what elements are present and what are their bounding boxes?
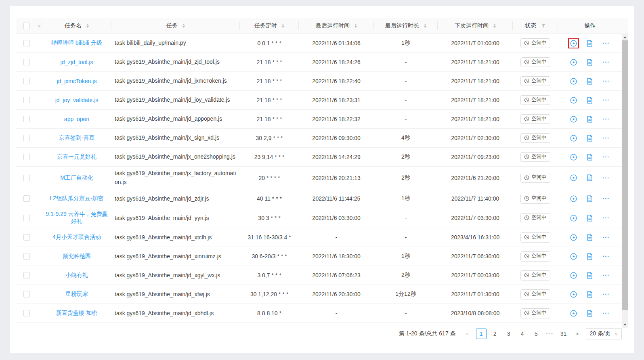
row-checkbox[interactable] [23, 175, 30, 181]
sort-caret-icon[interactable] [86, 24, 89, 28]
run-task-button[interactable] [568, 308, 579, 318]
run-task-button[interactable] [568, 213, 579, 223]
more-actions-button[interactable]: ··· [600, 195, 612, 202]
task-name-link[interactable]: LZ组队瓜分京豆-加密 [50, 195, 104, 202]
run-task-button[interactable] [568, 133, 579, 143]
more-actions-button[interactable]: ··· [600, 134, 612, 142]
page-button-3[interactable]: 3 [503, 329, 514, 339]
run-task-button[interactable] [568, 194, 579, 204]
task-name-link[interactable]: jd_jxmcToken.js [57, 78, 97, 84]
row-checkbox[interactable] [23, 310, 30, 316]
page-button-1[interactable]: 1 [476, 329, 487, 339]
view-log-button[interactable] [585, 194, 595, 204]
sort-caret-icon[interactable] [282, 24, 284, 28]
view-log-button[interactable] [585, 95, 595, 105]
row-checkbox[interactable] [23, 97, 30, 103]
sort-caret-icon[interactable] [424, 24, 426, 28]
row-checkbox[interactable] [23, 78, 30, 84]
row-checkbox[interactable] [23, 40, 30, 46]
task-name-link[interactable]: 星粉玩家 [65, 291, 88, 298]
task-name-link[interactable]: 颜究种植园 [63, 253, 91, 260]
page-button-2[interactable]: 2 [490, 329, 500, 339]
row-checkbox[interactable] [23, 154, 30, 160]
view-log-button[interactable] [585, 289, 595, 299]
task-name-link[interactable]: 哔哩哔哩 bilibili 升级 [51, 40, 102, 47]
page-button-4[interactable]: 4 [517, 329, 528, 339]
view-log-button[interactable] [585, 114, 595, 124]
row-checkbox[interactable] [23, 272, 30, 278]
task-name-link[interactable]: 4月小天才联合活动 [52, 234, 101, 241]
row-checkbox[interactable] [23, 234, 30, 241]
task-name-link[interactable]: 京喜签到-喜豆 [59, 134, 95, 142]
more-actions-button[interactable]: ··· [600, 77, 612, 85]
more-actions-button[interactable]: ··· [600, 59, 612, 66]
more-actions-button[interactable]: ··· [600, 115, 612, 123]
run-task-button[interactable] [568, 95, 579, 105]
view-log-button[interactable] [585, 232, 595, 243]
run-task-button[interactable] [568, 57, 579, 67]
run-task-button[interactable] [568, 270, 579, 280]
more-actions-button[interactable]: ··· [600, 153, 612, 161]
scroll-down-arrow-icon[interactable] [622, 321, 628, 328]
task-name-link[interactable]: app_open [64, 116, 89, 122]
prev-page-button[interactable]: < [462, 329, 473, 339]
more-actions-button[interactable]: ··· [600, 40, 612, 47]
view-log-button[interactable] [585, 57, 595, 67]
column-header-name[interactable]: 任务名 [42, 18, 111, 33]
run-task-button[interactable] [568, 232, 579, 243]
task-name-link[interactable]: jd_zjd_tool.js [61, 59, 93, 65]
selection-dropdown-chevron-icon[interactable]: ∨ [38, 23, 41, 29]
scroll-up-arrow-icon[interactable] [622, 34, 628, 40]
run-task-button[interactable] [568, 251, 579, 262]
filter-funnel-icon[interactable] [541, 23, 546, 28]
task-name-link[interactable]: M工厂自动化 [60, 174, 93, 182]
view-log-button[interactable] [585, 133, 595, 143]
column-header-duration[interactable]: 最后运行时长 [374, 18, 438, 33]
more-actions-button[interactable]: ··· [600, 174, 612, 182]
task-name-link[interactable]: 9.1-9.29 云养牛，免费赢好礼 [45, 211, 108, 225]
sort-caret-icon[interactable] [183, 24, 185, 28]
more-actions-button[interactable]: ··· [600, 310, 612, 317]
page-size-select[interactable]: 20 条/页 ∨ [586, 328, 622, 339]
view-log-button[interactable] [585, 173, 595, 183]
view-log-button[interactable] [585, 251, 595, 262]
scrollbar-track[interactable] [622, 310, 628, 321]
row-checkbox[interactable] [23, 116, 30, 122]
sort-caret-icon[interactable] [493, 24, 496, 28]
view-log-button[interactable] [585, 152, 595, 162]
view-log-button[interactable] [585, 270, 595, 280]
task-name-link[interactable]: 新百货盖楼-加密 [56, 310, 98, 317]
scrollbar-thumb[interactable] [622, 40, 628, 310]
run-task-button[interactable] [568, 289, 579, 299]
task-name-link[interactable]: jd_joy_validate.js [55, 97, 99, 103]
run-task-button[interactable] [568, 173, 579, 183]
column-header-last-run[interactable]: 最后运行时间 [299, 18, 374, 33]
run-task-button[interactable] [568, 38, 579, 48]
view-log-button[interactable] [585, 76, 595, 86]
row-checkbox[interactable] [23, 253, 30, 260]
next-page-button[interactable]: > [572, 329, 583, 339]
run-task-button[interactable] [568, 76, 579, 86]
view-log-button[interactable] [585, 308, 595, 318]
column-header-cron[interactable]: 任务定时 [240, 18, 299, 33]
page-button-last[interactable]: 31 [558, 329, 569, 339]
more-actions-button[interactable]: ··· [600, 96, 612, 104]
row-checkbox[interactable] [23, 195, 30, 202]
run-task-button[interactable] [568, 114, 579, 124]
page-button-5[interactable]: 5 [531, 329, 541, 339]
more-actions-button[interactable]: ··· [600, 253, 612, 260]
more-actions-button[interactable]: ··· [600, 234, 612, 241]
run-task-button[interactable] [568, 152, 579, 162]
row-checkbox[interactable] [23, 215, 30, 221]
view-log-button[interactable] [585, 213, 595, 223]
more-actions-button[interactable]: ··· [600, 214, 612, 222]
more-actions-button[interactable]: ··· [600, 272, 612, 279]
task-name-link[interactable]: 小鸽有礼 [65, 272, 88, 279]
row-checkbox[interactable] [23, 59, 30, 65]
column-header-next-run[interactable]: 下次运行时间 [438, 18, 513, 33]
jump-pages-ellipsis-icon[interactable]: ••• [545, 329, 555, 339]
row-checkbox[interactable] [23, 135, 30, 141]
more-actions-button[interactable]: ··· [600, 291, 612, 298]
view-log-button[interactable] [585, 38, 595, 48]
select-all-checkbox[interactable] [23, 23, 30, 29]
